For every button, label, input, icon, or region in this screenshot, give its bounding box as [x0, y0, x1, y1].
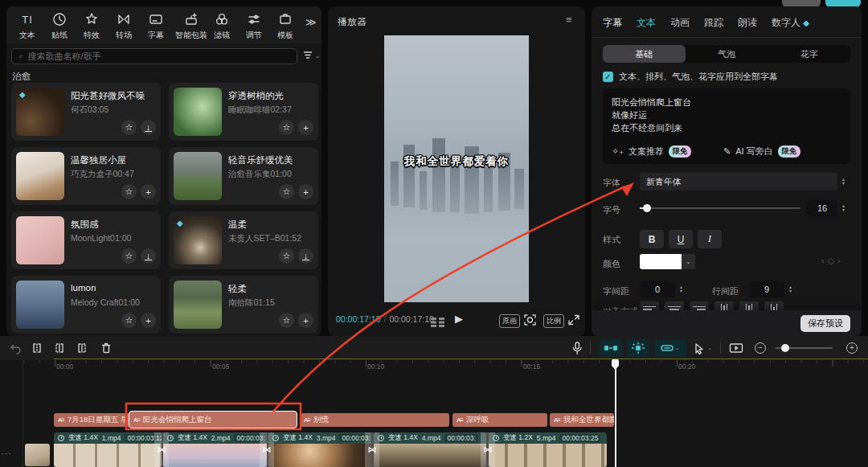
line-spacing-stepper[interactable]: ▴▾: [789, 282, 792, 297]
keyframe-nav[interactable]: ‹◇›: [821, 256, 844, 266]
subtab-basic[interactable]: 基础: [603, 45, 686, 63]
video-clip[interactable]: 变速 1.4X1.mp400:00:03:12: [54, 432, 162, 467]
video-clip[interactable]: 变速 1.4X4.mp400:00:03:: [374, 432, 486, 467]
favorite-button[interactable]: ☆: [279, 184, 294, 199]
music-card[interactable]: ◆ 温柔 未贵人SET–B01:52 ☆ ↓: [169, 211, 318, 269]
music-card[interactable]: lumon Melody Craft01:00 ☆ +: [11, 276, 161, 334]
tab-sticker[interactable]: 贴纸: [47, 11, 72, 41]
tab-transitions[interactable]: 转场: [111, 11, 137, 41]
subtitle-clip[interactable]: A≡7月18日星期五 早安: [54, 413, 131, 427]
size-slider[interactable]: [640, 207, 800, 209]
fullscreen-icon[interactable]: [567, 313, 580, 330]
video-preview[interactable]: 我和全世界都爱着你: [384, 35, 529, 302]
original-quality-button[interactable]: 原画: [499, 314, 520, 328]
subtitle-clip[interactable]: A≡别慌: [300, 413, 449, 427]
split-icon[interactable]: [29, 340, 45, 356]
add-button[interactable]: +: [141, 184, 156, 199]
video-clip[interactable]: 变速 1.4X3.mp400:00:03:: [268, 432, 371, 467]
color-swatch[interactable]: [640, 254, 682, 269]
favorite-button[interactable]: ☆: [121, 313, 137, 328]
bold-button[interactable]: B: [640, 230, 664, 248]
search-bar[interactable]: ⌕: [11, 48, 297, 64]
tab-filters[interactable]: 滤镜: [209, 11, 235, 41]
favorite-button[interactable]: ☆: [279, 313, 294, 328]
timeline-zoom-slider[interactable]: [775, 347, 833, 349]
focus-frame-icon[interactable]: [523, 313, 537, 330]
font-stepper[interactable]: ▴▾: [842, 174, 845, 189]
letter-spacing-stepper[interactable]: ▴▾: [680, 282, 682, 297]
transition-icon[interactable]: ⋈: [365, 432, 379, 467]
transition-icon[interactable]: ⋈: [481, 432, 495, 467]
search-input[interactable]: [28, 51, 290, 61]
underline-button[interactable]: U: [669, 230, 693, 248]
add-button[interactable]: +: [298, 184, 313, 199]
checkbox-checked-icon[interactable]: ✓: [603, 72, 613, 82]
transition-icon[interactable]: ⋈: [154, 432, 169, 467]
tab-captions[interactable]: 字幕: [143, 11, 169, 41]
tab-smart-pack[interactable]: 智能包装: [172, 11, 211, 41]
tab-adjust[interactable]: 调节: [241, 11, 267, 41]
player-menu-icon[interactable]: ≡: [566, 14, 572, 26]
tab-read-aloud[interactable]: 朗读: [738, 16, 757, 30]
favorite-button[interactable]: ☆: [121, 184, 137, 199]
link-preview-button[interactable]: ⌄: [654, 339, 686, 357]
timeline-ruler[interactable]: 00:00 00:05 00:10 00:15 00:20: [23, 360, 868, 378]
music-card[interactable]: ◆ 阳光甚好微风不噪 何石03:05 ☆ ↓: [11, 83, 161, 141]
subtitle-text-box[interactable]: 阳光会悄悄爬上窗台 就像好运 总在不经意间到来 ✧₊ 文案推荐 限免 ✎ AI …: [603, 88, 850, 164]
download-button[interactable]: ↓: [141, 248, 156, 264]
frame-view-icon[interactable]: [431, 316, 445, 330]
color-picker[interactable]: ⌄: [640, 254, 695, 269]
preview-axis-button[interactable]: [600, 339, 622, 357]
apply-all-row[interactable]: ✓ 文本、排列、气泡、花字应用到全部字幕: [603, 71, 778, 83]
trash-icon[interactable]: [98, 340, 114, 356]
playhead-line[interactable]: [615, 359, 616, 467]
font-select[interactable]: 新青年体: [640, 173, 837, 190]
undo-icon[interactable]: [6, 340, 23, 356]
tab-text[interactable]: TI 文本: [14, 11, 40, 41]
auto-snap-button[interactable]: [627, 339, 649, 357]
transition-icon[interactable]: ⋈: [260, 432, 274, 467]
subtitle-clip-selected[interactable]: A≡阳光会悄悄爬上窗台: [129, 411, 297, 428]
slider-handle[interactable]: [643, 204, 651, 212]
tab-effects[interactable]: 特效: [79, 11, 104, 41]
size-stepper[interactable]: ▴▾: [842, 201, 845, 215]
download-button[interactable]: ↓: [298, 248, 313, 264]
aspect-ratio-button[interactable]: 比例: [543, 314, 564, 328]
tab-digital-human[interactable]: 数字人 ◆: [772, 16, 809, 30]
music-card[interactable]: 轻音乐舒缓优美 治愈音乐集01:00 ☆ +: [169, 147, 318, 205]
tab-animation[interactable]: 动画: [670, 16, 690, 30]
music-card[interactable]: 轻柔 南拾陈01:15 ☆ +: [169, 276, 318, 334]
tab-templates[interactable]: 模板: [272, 11, 299, 41]
add-button[interactable]: +: [141, 313, 156, 328]
adapt-screen-icon[interactable]: [728, 340, 744, 356]
video-clip[interactable]: 变速 1.2X5.mp400:00:03:25: [489, 432, 607, 467]
record-voiceover-icon[interactable]: [569, 340, 585, 356]
favorite-button[interactable]: ☆: [121, 120, 137, 135]
zoom-in-icon[interactable]: +: [844, 340, 860, 356]
music-card[interactable]: 穿透树梢的光 睡眠咖啡猫02:37 ☆ +: [169, 83, 318, 141]
subtitle-text-value[interactable]: 阳光会悄悄爬上窗台 就像好运 总在不经意间到来: [603, 88, 850, 141]
subtitle-clip[interactable]: A≡深呼吸: [452, 413, 547, 427]
download-button[interactable]: ↓: [141, 120, 156, 135]
tab-text-style[interactable]: 文本: [637, 16, 656, 30]
video-clip[interactable]: 变速 1.4X2.mp400:00:03:: [163, 432, 267, 467]
copy-suggest-button[interactable]: ✧₊ 文案推荐 限免: [612, 145, 691, 158]
ai-voiceover-button[interactable]: ✎ AI 写旁白 限免: [723, 145, 800, 158]
delete-left-icon[interactable]: [51, 340, 68, 356]
letter-spacing-value[interactable]: 0: [640, 281, 675, 297]
filter-button[interactable]: ⌄: [302, 50, 321, 61]
line-spacing-value[interactable]: 9: [749, 281, 784, 297]
size-value[interactable]: 16: [807, 200, 837, 216]
zoom-out-icon[interactable]: −: [752, 340, 768, 356]
italic-button[interactable]: I: [698, 230, 722, 248]
slider-handle[interactable]: [781, 344, 789, 352]
tab-tracking[interactable]: 跟踪: [704, 16, 723, 30]
tab-subtitle-group[interactable]: 字幕: [603, 16, 622, 30]
cover-thumbnail[interactable]: [25, 444, 50, 466]
subtitle-clip[interactable]: A≡我和全世界都爱着: [550, 413, 614, 427]
add-button[interactable]: +: [298, 313, 313, 328]
toolbar-expand-button[interactable]: ≫: [305, 16, 317, 28]
play-button[interactable]: ▶: [455, 313, 463, 325]
track-options-icon[interactable]: ···: [1, 449, 12, 458]
delete-right-icon[interactable]: [74, 340, 90, 356]
